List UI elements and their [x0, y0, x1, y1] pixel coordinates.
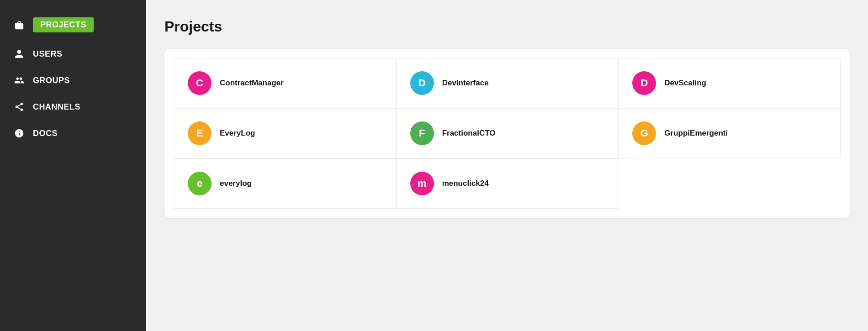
project-avatar: C: [188, 71, 212, 95]
project-name: DevInterface: [442, 79, 489, 88]
project-card[interactable]: DDevScaling: [618, 58, 841, 108]
sidebar: PROJECTS USERS GROUPS CHANNELS DOCS: [0, 0, 146, 331]
svg-point-0: [21, 103, 23, 105]
user-icon: [13, 49, 26, 59]
project-card[interactable]: FFractionalCTO: [396, 108, 619, 158]
project-avatar: D: [632, 71, 656, 95]
project-name: EveryLog: [220, 129, 255, 138]
sidebar-item-channels[interactable]: CHANNELS: [0, 94, 146, 120]
project-card[interactable]: GGruppiEmergenti: [618, 108, 841, 158]
project-name: ContractManager: [220, 79, 284, 88]
project-name: FractionalCTO: [442, 129, 496, 138]
main-content: Projects CContractManagerDDevInterfaceDD…: [146, 0, 868, 331]
project-avatar: E: [188, 121, 212, 145]
project-card[interactable]: EEveryLog: [174, 108, 396, 158]
svg-line-4: [18, 105, 21, 106]
project-avatar: m: [410, 172, 434, 195]
sidebar-item-users[interactable]: USERS: [0, 41, 146, 67]
sidebar-item-projects[interactable]: PROJECTS: [0, 9, 146, 41]
project-avatar: F: [410, 121, 434, 145]
channels-icon: [13, 102, 26, 112]
project-avatar: G: [632, 121, 656, 145]
sidebar-item-docs[interactable]: DOCS: [0, 120, 146, 147]
svg-point-1: [16, 105, 18, 108]
project-name: DevScaling: [664, 79, 706, 88]
svg-line-3: [18, 107, 21, 109]
sidebar-item-label-docs: DOCS: [33, 129, 58, 138]
projects-container: CContractManagerDDevInterfaceDDevScaling…: [164, 49, 850, 218]
briefcase-icon: [13, 20, 26, 30]
sidebar-item-label-projects: PROJECTS: [33, 17, 94, 32]
project-name: everylog: [220, 179, 252, 188]
sidebar-item-label-users: USERS: [33, 49, 63, 59]
sidebar-item-label-channels: CHANNELS: [33, 102, 80, 112]
project-avatar: D: [410, 71, 434, 95]
project-card[interactable]: mmenuclick24: [396, 158, 619, 209]
page-title: Projects: [164, 18, 850, 35]
project-card[interactable]: CContractManager: [174, 58, 396, 108]
groups-icon: [13, 75, 26, 85]
project-name: GruppiEmergenti: [664, 129, 728, 138]
svg-point-2: [21, 109, 23, 111]
project-avatar: e: [188, 172, 212, 195]
projects-grid: CContractManagerDDevInterfaceDDevScaling…: [174, 58, 841, 209]
info-icon: [13, 128, 26, 138]
project-card[interactable]: DDevInterface: [396, 58, 619, 108]
sidebar-item-label-groups: GROUPS: [33, 76, 70, 85]
project-name: menuclick24: [442, 179, 489, 188]
project-card[interactable]: eeverylog: [174, 158, 396, 209]
sidebar-item-groups[interactable]: GROUPS: [0, 67, 146, 94]
